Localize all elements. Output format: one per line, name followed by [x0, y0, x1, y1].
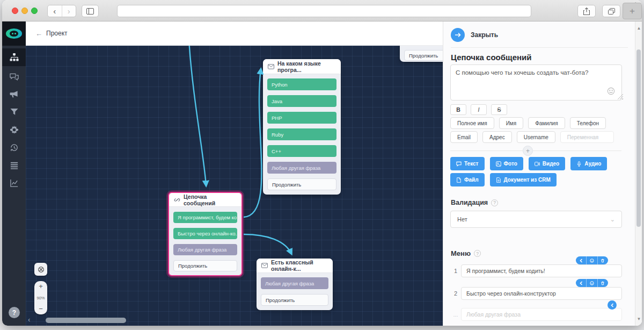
url-bar[interactable]	[117, 5, 531, 17]
node-button[interactable]: Ruby	[267, 128, 336, 140]
tabs-overview-button[interactable]	[602, 5, 620, 17]
italic-button[interactable]: I	[471, 104, 487, 115]
help-button[interactable]: ?	[9, 307, 20, 318]
back-button[interactable]: ‹	[48, 5, 62, 17]
flow-node-online[interactable]: Есть классный онлайн-к... Любая другая ф…	[257, 259, 333, 310]
flow-canvas[interactable]: Продолжить На каком языке програ... Pyth…	[26, 46, 443, 326]
add-audio-button[interactable]: Аудио	[570, 157, 607, 170]
delete-button[interactable]	[597, 256, 608, 264]
attachment-buttons-row2: Файл Документ из CRM	[450, 173, 557, 186]
menu-item-input[interactable]	[461, 264, 622, 277]
flow-node-languages[interactable]: На каком языке програ... Python Java PHP…	[263, 59, 341, 195]
help-circle-icon[interactable]: ?	[474, 250, 481, 257]
back-to-project-link[interactable]: ← Проект	[35, 30, 68, 38]
sidebar-item-settings[interactable]	[2, 121, 26, 139]
flow-node-chain-selected[interactable]: Цепочка сообщений Я программист, будем к…	[168, 192, 243, 276]
add-block-button[interactable]: +	[523, 146, 533, 156]
emoji-button[interactable]	[586, 279, 597, 287]
sidebar-item-stats[interactable]	[2, 174, 26, 192]
variable-chip-fullname[interactable]: Полное имя	[450, 117, 494, 129]
close-window-button[interactable]	[12, 8, 18, 14]
scroll-down-arrow[interactable]: ▼	[635, 317, 642, 321]
node-button[interactable]: C++	[267, 145, 336, 157]
app-logo[interactable]	[2, 21, 26, 46]
variable-chip-lastname[interactable]: Фамилия	[528, 117, 565, 129]
node-title: Цепочка сообщений	[184, 193, 237, 206]
node-button[interactable]: Быстро через онлайн-ко...	[173, 228, 237, 239]
node-button[interactable]: Любая другая фраза	[173, 244, 237, 255]
scroll-up-arrow[interactable]: ▲	[635, 26, 642, 31]
envelope-icon	[268, 63, 274, 70]
validation-select[interactable]: Нет ⌄	[450, 211, 622, 228]
sidebar-icon	[86, 8, 94, 15]
node-button[interactable]: Продолжить	[261, 294, 328, 306]
zoom-in-button[interactable]: +	[39, 283, 43, 290]
node-header[interactable]: Цепочка сообщений	[169, 193, 241, 207]
node-button[interactable]: Java	[267, 95, 336, 107]
add-crm-document-button[interactable]: Документ из CRM	[490, 173, 557, 186]
bold-button[interactable]: B	[450, 104, 466, 115]
strikethrough-button[interactable]: S	[491, 104, 507, 115]
node-button[interactable]: Продолжить	[267, 178, 336, 190]
horizontal-scrollbar[interactable]	[46, 318, 126, 323]
node-button[interactable]: Любая другая фраза	[267, 162, 336, 174]
emoji-button[interactable]	[586, 256, 597, 264]
delete-button[interactable]	[597, 279, 608, 287]
menu-item-input[interactable]	[461, 287, 622, 300]
node-header[interactable]: Есть классный онлайн-к...	[257, 259, 333, 273]
menu-item-input-new[interactable]	[461, 308, 622, 321]
add-file-button[interactable]: Файл	[450, 173, 485, 186]
sidebar-item-chats[interactable]	[2, 68, 26, 85]
new-tab-button[interactable]: +	[623, 3, 642, 19]
node-header[interactable]: На каком языке програ...	[263, 59, 341, 74]
validation-section-label: Валидация ?	[451, 199, 498, 206]
share-icon	[583, 8, 590, 15]
add-photo-button[interactable]: Фото	[490, 157, 523, 170]
variable-chip-address[interactable]: Адрес	[482, 131, 512, 143]
node-button[interactable]: Продолжить	[404, 50, 443, 61]
center-canvas-button[interactable]	[34, 263, 47, 276]
help-circle-icon[interactable]: ?	[491, 199, 498, 206]
sidebar-item-broadcast[interactable]	[2, 85, 26, 103]
browser-window: ‹ › +	[2, 0, 642, 326]
flow-node-partial[interactable]: Продолжить	[400, 46, 443, 62]
connect-button[interactable]	[576, 256, 586, 264]
menu-item-number: 1	[451, 268, 460, 274]
nav-buttons: ‹ ›	[47, 5, 76, 17]
close-panel-button[interactable]: Закрыть	[451, 28, 498, 42]
eye-logo-icon	[6, 28, 22, 39]
fullscreen-window-button[interactable]	[31, 8, 38, 14]
app-root: ? ← Проект Продолжить	[2, 21, 642, 326]
zoom-out-button[interactable]: −	[39, 306, 43, 312]
add-text-button[interactable]: Текст	[450, 157, 485, 170]
microphone-icon	[576, 161, 582, 167]
divider	[450, 150, 621, 151]
variable-chip-phone[interactable]: Телефон	[570, 117, 606, 129]
variable-chip-email[interactable]: Email	[450, 131, 478, 143]
connect-button[interactable]	[576, 279, 586, 287]
share-button[interactable]	[577, 5, 596, 17]
variable-chip-username[interactable]: Username	[517, 131, 555, 143]
sidebar-item-list[interactable]	[2, 156, 26, 174]
scrollbar-thumb[interactable]	[636, 49, 641, 227]
node-button[interactable]: Любая другая фраза	[261, 277, 328, 289]
message-text-input[interactable]: С помощью чего ты хочешь создать чат-бот…	[450, 64, 622, 101]
panel-scrollbar[interactable]: ▲ ▼	[635, 21, 642, 326]
forward-button[interactable]: ›	[62, 5, 76, 17]
close-label: Закрыть	[471, 31, 498, 39]
variable-chip-custom[interactable]: Переменная	[560, 131, 614, 143]
browser-sidebar-button[interactable]	[82, 5, 99, 17]
variable-chip-firstname[interactable]: Имя	[499, 117, 523, 129]
node-button[interactable]: Продолжить	[173, 260, 237, 271]
add-video-button[interactable]: Видео	[529, 157, 565, 170]
sidebar-item-history[interactable]	[2, 139, 26, 156]
connect-button[interactable]	[608, 300, 617, 310]
sidebar-item-filter[interactable]	[2, 103, 26, 121]
minimize-window-button[interactable]	[21, 8, 28, 14]
properties-panel: Закрыть Цепочка сообщений С помощью чего…	[443, 21, 642, 326]
node-button[interactable]: Python	[267, 78, 336, 90]
sidebar-item-flow-builder[interactable]	[2, 48, 26, 66]
emoji-icon[interactable]	[607, 87, 615, 95]
node-button[interactable]: PHP	[267, 112, 336, 124]
node-button[interactable]: Я программист, будем ко...	[173, 212, 237, 223]
